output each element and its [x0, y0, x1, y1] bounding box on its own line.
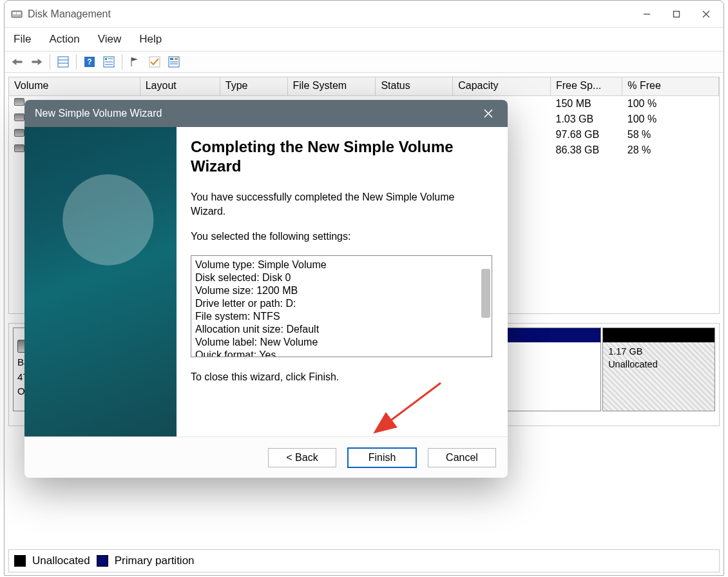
svg-line-27: [376, 383, 441, 431]
partition-line: Unallocated: [608, 359, 658, 369]
toolbar-separator: [50, 54, 50, 70]
maximize-button[interactable]: [662, 4, 691, 24]
settings-line: Allocation unit size: Default: [195, 323, 488, 336]
settings-line: File system: NTFS: [195, 310, 488, 323]
cell-pct: 100 %: [622, 96, 719, 112]
minimize-button[interactable]: [632, 4, 662, 24]
settings-line: Disk selected: Disk 0: [195, 271, 488, 284]
legend: Unallocated Primary partition: [8, 549, 720, 572]
settings-line: Drive letter or path: D:: [195, 297, 488, 310]
legend-swatch-primary: [97, 555, 108, 567]
wizard-settings-label: You selected the following settings:: [191, 230, 492, 244]
settings-line: Volume type: Simple Volume: [195, 259, 488, 271]
legend-swatch-unallocated: [14, 555, 26, 567]
menubar: File Action View Help: [5, 28, 723, 51]
volume-icon: [14, 98, 24, 106]
svg-rect-8: [32, 61, 39, 63]
col-free[interactable]: Free Sp...: [551, 77, 622, 96]
menu-file[interactable]: File: [14, 33, 31, 46]
finish-button[interactable]: Finish: [348, 448, 416, 467]
wizard-heading: Completing the New Simple Volume Wizard: [191, 137, 492, 176]
wizard-settings-box[interactable]: Volume type: Simple VolumeDisk selected:…: [191, 255, 492, 357]
cancel-button[interactable]: Cancel: [428, 448, 496, 467]
menu-help[interactable]: Help: [139, 33, 162, 46]
svg-rect-1: [13, 12, 16, 14]
toolbar-separator: [76, 54, 77, 70]
svg-rect-22: [175, 58, 178, 60]
nav-forward-button[interactable]: [29, 54, 44, 70]
tb-grid-icon[interactable]: [55, 54, 71, 70]
menu-view[interactable]: View: [98, 33, 122, 46]
volume-icon: [14, 113, 24, 121]
col-volume[interactable]: Volume: [9, 77, 140, 96]
wizard-intro: You have successfully completed the New …: [191, 190, 492, 218]
col-pct[interactable]: % Free: [622, 77, 719, 96]
col-layout[interactable]: Layout: [140, 77, 220, 96]
cell-free: 1.03 GB: [551, 112, 622, 127]
cell-pct: 28 %: [622, 142, 719, 158]
toolbar-separator: [122, 54, 122, 70]
menu-action[interactable]: Action: [49, 33, 79, 46]
svg-rect-7: [16, 61, 23, 63]
col-capacity[interactable]: Capacity: [453, 77, 551, 96]
wizard-title: New Simple Volume Wizard: [35, 108, 475, 119]
cell-free: 150 MB: [551, 96, 622, 112]
settings-line: Volume size: 1200 MB: [195, 284, 488, 297]
wizard-close-hint: To close this wizard, click Finish.: [191, 370, 492, 384]
tb-list-icon[interactable]: [101, 54, 117, 70]
cell-pct: 100 %: [622, 112, 719, 127]
tb-help-icon[interactable]: ?: [82, 54, 97, 70]
back-button[interactable]: < Back: [268, 448, 336, 467]
app-icon: [11, 8, 23, 20]
partition-color-bar: [603, 328, 714, 342]
svg-text:?: ?: [87, 57, 91, 66]
partition-line: 1.17 GB: [608, 346, 642, 357]
settings-line: Quick format: Yes: [195, 349, 488, 357]
tb-flag-icon[interactable]: [128, 54, 143, 70]
annotation-arrow: [370, 380, 447, 438]
partition-unallocated[interactable]: 1.17 GB Unallocated: [602, 328, 715, 411]
window-title: Disk Management: [28, 8, 632, 20]
col-status[interactable]: Status: [376, 77, 453, 96]
cell-pct: 58 %: [622, 127, 719, 142]
toolbar: ?: [5, 51, 723, 73]
wizard-titlebar: New Simple Volume Wizard: [24, 100, 508, 127]
svg-rect-2: [17, 12, 21, 14]
wizard-footer: < Back Finish Cancel: [24, 436, 508, 478]
cell-free: 86.38 GB: [551, 142, 622, 158]
legend-label: Primary partition: [115, 554, 195, 567]
window-titlebar: Disk Management: [5, 1, 723, 28]
svg-rect-9: [58, 57, 68, 67]
table-header-row: Volume Layout Type File System Status Ca…: [9, 77, 719, 96]
col-type[interactable]: Type: [220, 77, 287, 96]
scrollbar-thumb[interactable]: [481, 269, 490, 318]
wizard-side-art: [24, 127, 177, 436]
wizard-content: Completing the New Simple Volume Wizard …: [177, 127, 508, 436]
volume-icon: [14, 129, 24, 137]
legend-label: Unallocated: [32, 554, 90, 567]
col-fs[interactable]: File System: [287, 77, 376, 96]
tb-props-icon[interactable]: [166, 54, 182, 70]
nav-back-button[interactable]: [10, 54, 25, 70]
svg-rect-15: [105, 58, 107, 60]
svg-rect-21: [170, 58, 173, 60]
window-close-button[interactable]: [691, 4, 721, 24]
new-volume-wizard: New Simple Volume Wizard Completing the …: [24, 100, 508, 478]
svg-rect-4: [674, 11, 680, 17]
volume-icon: [14, 144, 24, 152]
cell-free: 97.68 GB: [551, 127, 622, 142]
wizard-close-button[interactable]: [475, 103, 501, 124]
settings-line: Volume label: New Volume: [195, 336, 488, 349]
tb-check-icon[interactable]: [147, 54, 162, 70]
